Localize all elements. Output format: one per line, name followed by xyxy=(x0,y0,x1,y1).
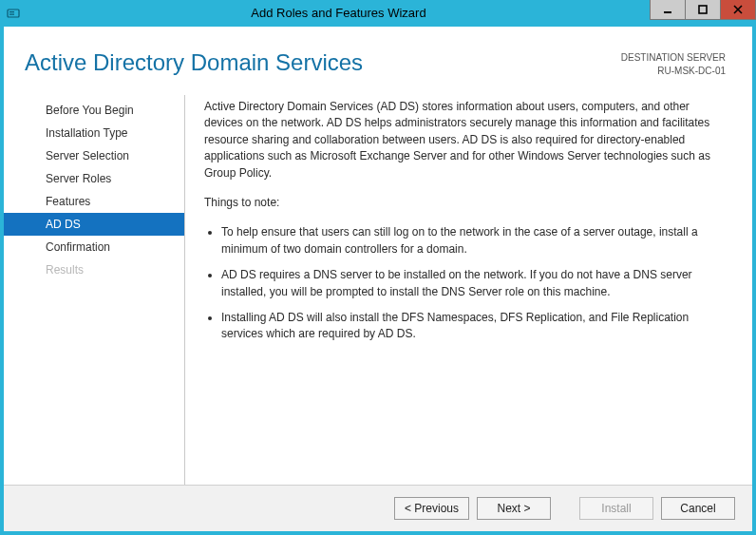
content-notes-list: To help ensure that users can still log … xyxy=(204,224,726,342)
next-button[interactable]: Next > xyxy=(477,497,551,520)
svg-rect-0 xyxy=(8,10,19,17)
wizard-content: Active Directory Domain Services (AD DS)… xyxy=(184,95,731,485)
wizard-footer: < Previous Next > Install Cancel xyxy=(4,485,752,531)
previous-button[interactable]: < Previous xyxy=(394,497,469,520)
content-note-item: Installing AD DS will also install the D… xyxy=(221,310,726,343)
wizard-header: Active Directory Domain Services DESTINA… xyxy=(4,27,752,95)
content-note-item: AD DS requires a DNS server to be instal… xyxy=(221,267,726,300)
step-ad-ds[interactable]: AD DS xyxy=(4,213,184,236)
destination-server-name: RU-MSK-DC-01 xyxy=(621,65,726,78)
window-title: Add Roles and Features Wizard xyxy=(27,0,651,27)
install-button: Install xyxy=(579,497,653,520)
destination-server-block: DESTINATION SERVER RU-MSK-DC-01 xyxy=(621,49,726,78)
server-manager-icon xyxy=(0,0,27,27)
step-server-roles[interactable]: Server Roles xyxy=(4,167,184,190)
svg-rect-4 xyxy=(699,6,707,13)
minimize-button[interactable] xyxy=(650,0,686,20)
wizard-sidebar: Before You Begin Installation Type Serve… xyxy=(4,95,184,485)
step-installation-type[interactable]: Installation Type xyxy=(4,122,184,144)
step-confirmation[interactable]: Confirmation xyxy=(4,236,184,258)
svg-rect-3 xyxy=(664,11,671,13)
wizard-body: Before You Begin Installation Type Serve… xyxy=(4,95,752,485)
content-note-item: To help ensure that users can still log … xyxy=(221,224,726,258)
maximize-button[interactable] xyxy=(685,0,721,20)
step-server-selection[interactable]: Server Selection xyxy=(4,144,184,167)
content-note-heading: Things to note: xyxy=(204,195,726,211)
step-features[interactable]: Features xyxy=(4,190,184,213)
wizard-window: Add Roles and Features Wizard Active Dir… xyxy=(0,0,756,535)
svg-rect-1 xyxy=(9,11,14,12)
step-results: Results xyxy=(4,258,184,281)
content-intro: Active Directory Domain Services (AD DS)… xyxy=(204,99,726,182)
cancel-button[interactable]: Cancel xyxy=(661,497,735,520)
window-controls xyxy=(651,0,756,27)
destination-server-label: DESTINATION SERVER xyxy=(621,51,726,65)
page-title: Active Directory Domain Services xyxy=(25,49,363,76)
step-before-you-begin[interactable]: Before You Begin xyxy=(4,99,184,122)
close-button[interactable] xyxy=(720,0,756,20)
titlebar: Add Roles and Features Wizard xyxy=(0,0,756,27)
svg-rect-2 xyxy=(9,14,14,15)
